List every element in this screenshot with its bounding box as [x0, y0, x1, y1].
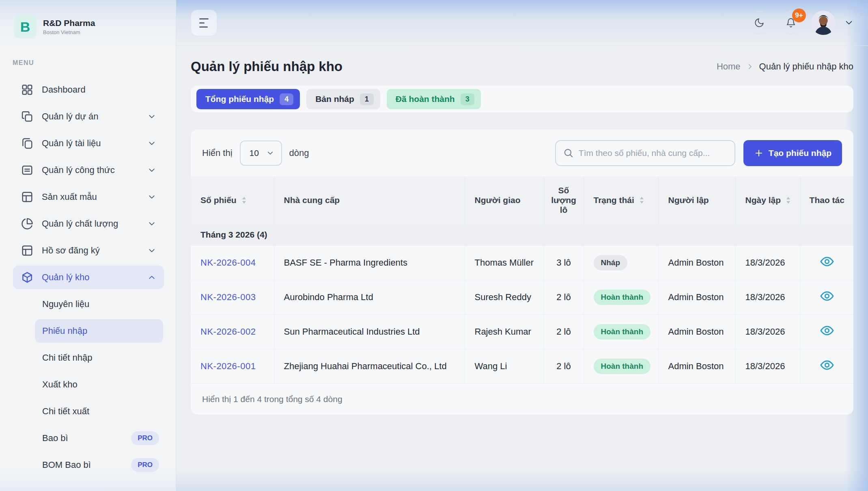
- page-size-select[interactable]: 10: [240, 141, 282, 166]
- dark-mode-button[interactable]: [748, 11, 771, 34]
- breadcrumb: Home Quản lý phiếu nhập kho: [717, 61, 853, 72]
- view-button[interactable]: [820, 290, 834, 302]
- sidebar-subitem-chi-tiet-nhap[interactable]: Chi tiết nhập: [35, 346, 163, 370]
- sidebar-item-quan-ly-cong-thuc[interactable]: Quản lý công thức: [13, 158, 164, 182]
- column-header-so-phieu[interactable]: Số phiếu: [191, 176, 274, 224]
- table-summary: Hiển thị 1 đến 4 trong tổng số 4 dòng: [191, 383, 853, 415]
- month-group-label: Tháng 3 2026 (4): [191, 224, 853, 245]
- tab-count-badge: 4: [280, 93, 293, 105]
- rows-label: dòng: [289, 148, 309, 158]
- copy-icon: [21, 110, 33, 123]
- eye-icon: [820, 325, 834, 336]
- view-button[interactable]: [820, 325, 834, 336]
- table-row: NK-2026-001 Zhejiang Huahai Pharmaceutic…: [191, 349, 853, 383]
- date-cell: 18/3/2026: [735, 280, 800, 314]
- supplier-cell: BASF SE - Pharma Ingredients: [274, 245, 465, 280]
- column-header-so-luong-lo: Số lượng lô: [544, 176, 584, 224]
- brand: B R&D Pharma Boston Vietnam: [0, 0, 176, 38]
- sidebar-item-quan-ly-du-an[interactable]: Quản lý dự án: [13, 105, 164, 128]
- status-badge: Hoàn thành: [594, 324, 651, 340]
- chevron-down-icon: [148, 247, 156, 255]
- table-actions: Tạo phiếu nhập: [555, 140, 842, 166]
- subitem-label: Chi tiết xuất: [42, 406, 89, 417]
- sidebar-item-dashboard[interactable]: Dashboard: [13, 78, 164, 102]
- receipt-code-link[interactable]: NK-2026-003: [200, 292, 256, 302]
- chevron-down-icon: [148, 166, 156, 174]
- receipts-table: Số phiếu Nhà cung cấp Người giao Số lượn…: [191, 176, 853, 383]
- sidebar-toggle-button[interactable]: [191, 10, 217, 36]
- brand-text: R&D Pharma Boston Vietnam: [43, 18, 95, 35]
- subitem-label: BOM Bao bì: [42, 460, 91, 470]
- sidebar-item-label: Quản lý kho: [42, 272, 89, 283]
- table-icon: [21, 191, 33, 203]
- sidebar-subitem-chi-tiet-xuat[interactable]: Chi tiết xuất: [35, 400, 163, 423]
- sidebar-subitem-nguyen-lieu[interactable]: Nguyên liệu: [35, 292, 163, 316]
- user-avatar[interactable]: [811, 11, 836, 35]
- view-button[interactable]: [820, 359, 834, 371]
- status-badge: Hoàn thành: [594, 359, 651, 374]
- layout-icon: [21, 244, 33, 257]
- tab-da-hoan-thanh[interactable]: Đã hoàn thành 3: [387, 89, 481, 109]
- sidebar-subitem-bom-bao-bi[interactable]: BOM Bao bì PRO: [35, 453, 163, 477]
- sidebar-item-quan-ly-tai-lieu[interactable]: Quản lý tài liệu: [13, 132, 164, 155]
- chevron-down-icon: [267, 149, 274, 157]
- pro-badge: PRO: [131, 431, 159, 445]
- chevron-up-icon: [148, 273, 156, 281]
- view-button[interactable]: [820, 256, 834, 267]
- brand-logo-icon: B: [14, 15, 37, 38]
- sort-icon: [786, 196, 791, 204]
- receipt-code-link[interactable]: NK-2026-002: [200, 327, 256, 337]
- column-header-ngay-lap[interactable]: Ngày lập: [735, 176, 800, 224]
- eye-icon: [820, 256, 834, 267]
- brand-subtitle: Boston Vietnam: [43, 29, 95, 35]
- breadcrumb-home-link[interactable]: Home: [717, 61, 741, 72]
- page-size-control: Hiển thị 10 dòng: [202, 141, 309, 166]
- sidebar-item-label: Quản lý chất lượng: [42, 218, 118, 229]
- receipt-code-link[interactable]: NK-2026-004: [200, 257, 256, 268]
- create-receipt-label: Tạo phiếu nhập: [769, 148, 831, 158]
- user-menu-chevron-icon[interactable]: [844, 18, 853, 27]
- pro-badge: PRO: [131, 458, 159, 472]
- search-input[interactable]: [579, 148, 727, 158]
- sidebar-item-label: Dashboard: [42, 84, 86, 95]
- create-receipt-button[interactable]: Tạo phiếu nhập: [743, 140, 842, 166]
- subitem-label: Bao bì: [42, 433, 68, 443]
- lots-cell: 2 lô: [544, 280, 584, 314]
- creator-cell: Admin Boston: [658, 314, 735, 349]
- sidebar-subitem-xuat-kho[interactable]: Xuất kho: [35, 373, 163, 396]
- column-header-trang-thai[interactable]: Trạng thái: [584, 176, 658, 224]
- lots-cell: 3 lô: [544, 245, 584, 280]
- eye-icon: [820, 290, 834, 302]
- tab-label: Đã hoàn thành: [396, 94, 455, 104]
- sidebar-item-quan-ly-kho[interactable]: Quản lý kho: [13, 266, 164, 289]
- status-badge: Hoàn thành: [594, 290, 651, 305]
- receipt-code-link[interactable]: NK-2026-001: [200, 361, 256, 371]
- column-header-nguoi-giao: Người giao: [465, 176, 544, 224]
- show-label: Hiển thị: [202, 148, 233, 158]
- lots-cell: 2 lô: [544, 314, 584, 349]
- deliverer-cell: Rajesh Kumar: [465, 314, 544, 349]
- sidebar-subitem-bao-bi[interactable]: Bao bì PRO: [35, 426, 163, 450]
- creator-cell: Admin Boston: [658, 349, 735, 383]
- notifications-button[interactable]: 9+: [780, 11, 802, 34]
- sidebar-item-san-xuat-mau[interactable]: Sản xuất mẫu: [13, 185, 164, 209]
- sidebar-subitem-phieu-nhap[interactable]: Phiếu nhập: [35, 319, 163, 343]
- chevron-right-icon: [746, 63, 754, 70]
- column-header-nguoi-lap: Người lập: [658, 176, 735, 224]
- creator-cell: Admin Boston: [658, 280, 735, 314]
- supplier-cell: Aurobindo Pharma Ltd: [274, 280, 465, 314]
- sidebar-item-quan-ly-chat-luong[interactable]: Quản lý chất lượng: [13, 212, 164, 236]
- sidebar-item-label: Hồ sơ đăng ký: [42, 245, 100, 256]
- moon-icon: [754, 17, 765, 28]
- tab-ban-nhap[interactable]: Bản nháp 1: [306, 89, 380, 109]
- sidebar-item-ho-so-dang-ky[interactable]: Hồ sơ đăng ký: [13, 239, 164, 262]
- table-row: NK-2026-002 Sun Pharmaceutical Industrie…: [191, 314, 853, 349]
- subitem-label: Chi tiết nhập: [42, 353, 93, 363]
- tab-tong-phieu-nhap[interactable]: Tổng phiếu nhập 4: [196, 89, 300, 109]
- note-icon: [21, 164, 33, 176]
- chevron-down-icon: [148, 139, 156, 147]
- sidebar-item-label: Quản lý công thức: [42, 165, 115, 175]
- app-root: B R&D Pharma Boston Vietnam MENU Dashboa…: [0, 0, 868, 491]
- table-row: NK-2026-004 BASF SE - Pharma Ingredients…: [191, 245, 853, 280]
- sort-icon: [241, 196, 247, 204]
